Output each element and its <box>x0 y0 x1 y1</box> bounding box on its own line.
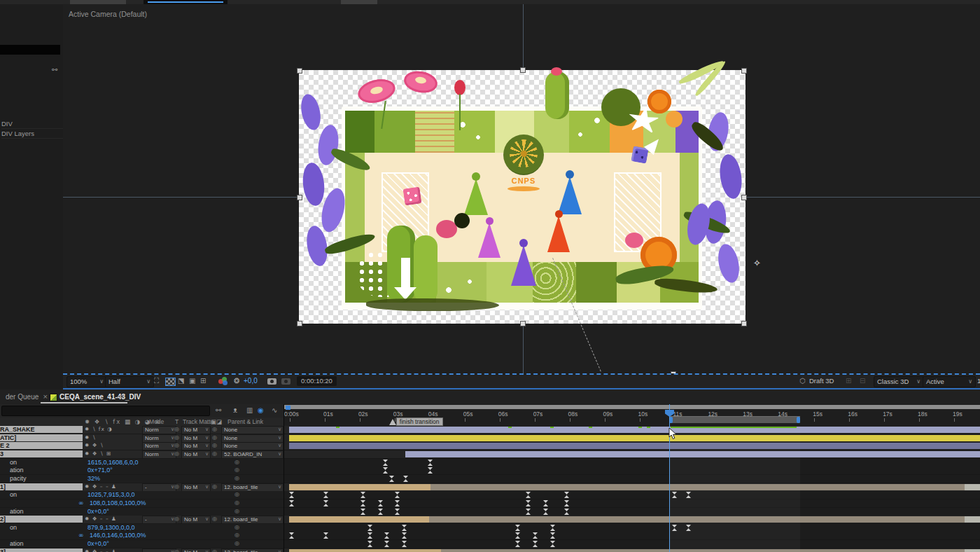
track-matte-dropdown[interactable]: No M∨ <box>181 426 211 434</box>
keyframe-icon[interactable] <box>395 509 400 515</box>
parent-dropdown[interactable]: None∨ <box>221 442 284 450</box>
keyframe-icon[interactable] <box>368 532 372 539</box>
property-value[interactable]: 0x+0,0° <box>88 540 109 548</box>
layer-switches[interactable]: ✹ ❖ – – ♟ <box>85 483 141 490</box>
property-name[interactable]: on <box>10 459 17 467</box>
keyframe-icon[interactable] <box>515 525 520 531</box>
pick-whip-icon[interactable]: ◎ <box>174 516 179 523</box>
selection-handle[interactable] <box>741 68 747 74</box>
parent-pick-whip-icon[interactable]: ◎ <box>212 434 217 441</box>
property-value[interactable]: 1615,0,1608,6,0,0 <box>88 459 139 467</box>
layer-switches[interactable]: ✹ ❖ – – ♟ <box>85 548 141 552</box>
keyframe-icon[interactable] <box>533 541 538 547</box>
keyframe-icon[interactable] <box>428 467 433 474</box>
property-row[interactable]: ation0x+0,0°◎ <box>0 540 284 548</box>
keyframe-icon[interactable] <box>384 532 389 539</box>
layer-duration-bar[interactable] <box>965 549 980 552</box>
comp-flowchart-icon[interactable]: ⚯ <box>216 406 221 414</box>
parent-dropdown[interactable]: 12. board_tile∨ <box>221 483 284 492</box>
track-matte-dropdown[interactable]: No M∨ <box>181 483 211 492</box>
exposure-gear-icon[interactable]: ❂ <box>234 377 239 385</box>
layer-row[interactable]: 3]✹ ❖ – – ♟-∨◎No M∨◎12. board_tile∨ <box>0 548 284 552</box>
selection-handle[interactable] <box>297 321 302 326</box>
keyframe-icon[interactable] <box>360 509 365 515</box>
parent-pick-whip-icon[interactable]: ◎ <box>212 442 217 449</box>
blend-mode-dropdown[interactable]: -∨ <box>142 483 176 492</box>
property-name[interactable]: ation <box>10 467 24 474</box>
snapshot-camera-icon[interactable] <box>267 378 276 385</box>
parent-link-column-header[interactable]: Parent & Link <box>227 418 263 426</box>
parent-dropdown[interactable]: None∨ <box>221 426 284 434</box>
property-pick-whip-icon[interactable]: ◎ <box>234 540 239 547</box>
mask-toggle-icon[interactable]: ⬔ <box>178 377 184 385</box>
blend-mode-dropdown[interactable]: Norm∨ <box>142 426 176 434</box>
timeline-track[interactable] <box>284 532 980 540</box>
blend-mode-dropdown[interactable]: -∨ <box>142 516 176 524</box>
timeline-track[interactable] <box>284 434 980 443</box>
property-pick-whip-icon[interactable]: ◎ <box>234 499 239 506</box>
keyframe-icon[interactable] <box>360 492 365 498</box>
keyframe-icon[interactable] <box>323 532 328 539</box>
property-row[interactable]: ation0x+0,0°◎ <box>0 508 284 516</box>
parent-pick-whip-icon[interactable]: ◎ <box>212 483 217 490</box>
layer-duration-bar[interactable] <box>289 435 980 441</box>
property-row[interactable]: on1025,7,915,3,0,0◎ <box>0 491 284 499</box>
pick-whip-icon[interactable]: ◎ <box>174 483 179 490</box>
property-value[interactable]: 879,9,1300,0,0,0 <box>88 524 135 532</box>
layer-name[interactable]: RA_SHAKE <box>0 426 83 433</box>
tab-render-queue[interactable]: der Queue <box>6 393 38 401</box>
property-name[interactable]: on <box>10 524 17 532</box>
work-area-bar[interactable] <box>669 416 800 423</box>
keyframe-icon[interactable] <box>378 509 383 515</box>
layer-row[interactable]: RA_SHAKE✹ ∖ fx ◑Norm∨◎No M∨◎None∨ <box>0 426 284 434</box>
timeline-track[interactable] <box>284 491 980 499</box>
property-value[interactable]: 0x+71,0° <box>88 467 113 474</box>
layer-name[interactable]: ATIC] <box>0 434 83 441</box>
selection-handle[interactable] <box>520 67 526 73</box>
property-name[interactable]: pacity <box>10 475 27 483</box>
timeline-graph-area[interactable]: 0:00s01s02s03s04s05s06s07s08s09s10s11s12… <box>284 404 980 552</box>
blend-mode-dropdown[interactable]: Norm∨ <box>142 434 176 443</box>
ruler-toggle-icon[interactable]: ⛶ <box>154 377 159 385</box>
keyframe-icon[interactable] <box>395 500 400 506</box>
blend-mode-dropdown[interactable]: Norm∨ <box>142 450 176 459</box>
t-column-header[interactable]: T <box>175 418 178 426</box>
keyframe-icon[interactable] <box>550 525 555 531</box>
project-item[interactable]: DIV <box>1 119 63 129</box>
timeline-track[interactable] <box>284 426 980 434</box>
constrain-link-icon[interactable]: ∞ <box>78 532 84 539</box>
timeline-track[interactable] <box>284 516 980 524</box>
layer-row[interactable]: 2]✹ ❖ – – ♟-∨◎No M∨◎12. board_tile∨ <box>0 516 284 524</box>
layer-duration-bar[interactable] <box>289 427 980 433</box>
parent-dropdown[interactable]: 12. board_tile∨ <box>221 516 284 524</box>
property-pick-whip-icon[interactable]: ◎ <box>234 467 239 474</box>
layer-duration-bar[interactable] <box>289 443 980 449</box>
roi-icon[interactable]: ▣ <box>189 377 195 385</box>
pick-whip-icon[interactable]: ◎ <box>174 442 179 449</box>
keyframe-icon[interactable] <box>383 467 388 474</box>
property-value[interactable]: 32% <box>88 475 100 483</box>
property-value[interactable]: 146,0,146,0,100,0% <box>90 532 146 539</box>
layer-switches[interactable]: ✹ ❖ ∖ <box>85 442 141 449</box>
keyframe-icon[interactable] <box>564 492 569 498</box>
layer-name[interactable]: E 2 <box>0 442 83 449</box>
keyframe-icon[interactable] <box>289 532 294 539</box>
parent-dropdown[interactable]: 12. board_tile∨ <box>221 548 284 552</box>
property-value[interactable]: 0x+0,0° <box>88 508 109 516</box>
layer-duration-bar[interactable] <box>965 484 980 490</box>
track-matte-dropdown[interactable]: No M∨ <box>181 548 211 552</box>
navigator-handle[interactable] <box>286 406 290 410</box>
timeline-track[interactable] <box>284 524 980 532</box>
layer-switches[interactable]: ✹ ∖ fx ◑ <box>85 426 141 433</box>
keyframe-icon[interactable] <box>526 509 531 515</box>
mode-column-header[interactable]: Mode <box>149 418 164 426</box>
close-tab-icon[interactable]: × <box>43 393 48 400</box>
composition-viewer[interactable]: Active Camera (Default) <box>63 4 980 373</box>
pick-whip-icon[interactable]: ◎ <box>174 426 179 433</box>
track-matte-dropdown[interactable]: No M∨ <box>181 434 211 443</box>
parent-pick-whip-icon[interactable]: ◎ <box>212 548 217 552</box>
property-name[interactable]: ation <box>10 508 24 516</box>
layer-search-input[interactable] <box>1 406 210 416</box>
keyframe-icon[interactable] <box>543 509 548 515</box>
property-pick-whip-icon[interactable]: ◎ <box>234 475 239 482</box>
